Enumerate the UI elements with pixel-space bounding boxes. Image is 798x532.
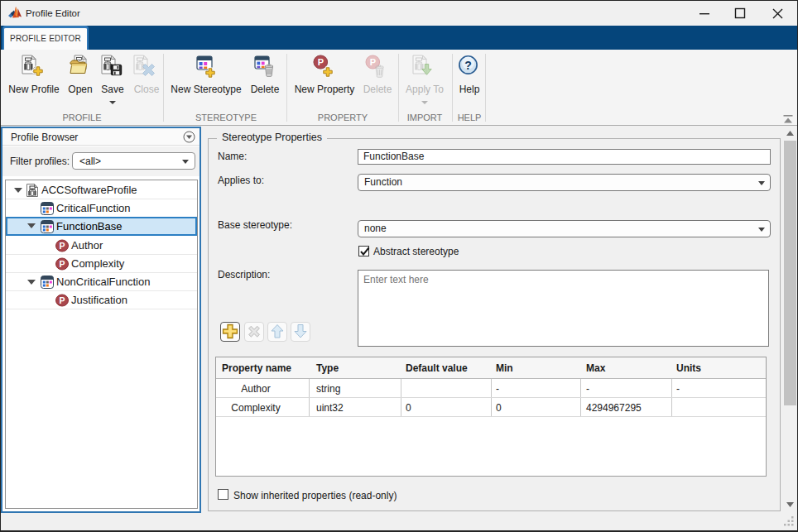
svg-text:?: ?: [464, 59, 472, 72]
svg-text:P: P: [59, 241, 65, 251]
svg-text:P: P: [59, 295, 65, 305]
svg-text:P: P: [370, 57, 376, 67]
svg-text:P: P: [59, 259, 65, 269]
svg-text:P: P: [318, 57, 324, 67]
